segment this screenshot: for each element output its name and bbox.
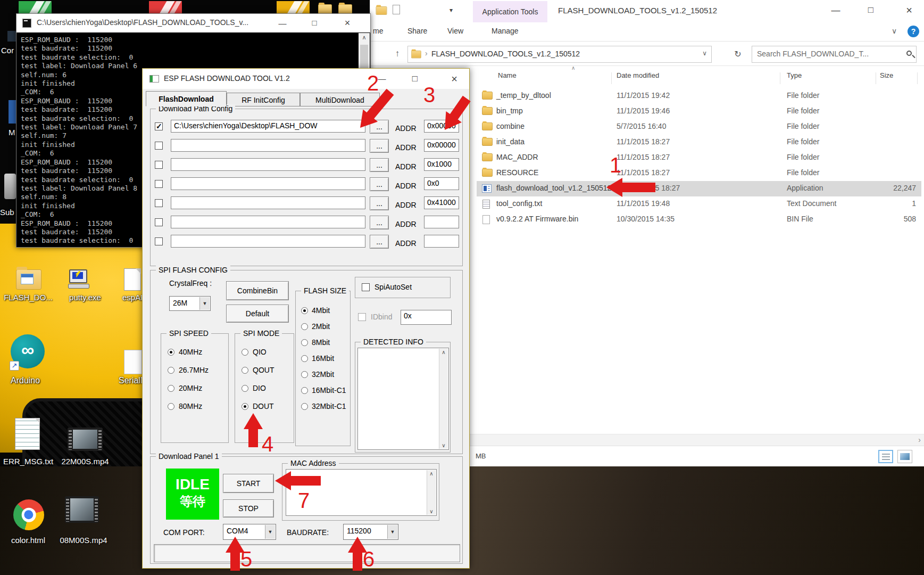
detected-info-box[interactable]: ∧ ∨: [357, 348, 449, 450]
column-header-size[interactable]: Size: [880, 71, 893, 79]
file-name[interactable]: bin_tmp: [496, 106, 523, 115]
radio-40mhz[interactable]: [168, 349, 174, 356]
flash-folder-icon[interactable]: [16, 269, 41, 290]
putty-icon[interactable]: [68, 269, 89, 290]
tab-manage[interactable]: Manage: [492, 27, 519, 35]
thumbnail-view-button[interactable]: [897, 450, 912, 463]
path-enable-checkbox[interactable]: [155, 237, 163, 245]
browse-button[interactable]: ...: [370, 196, 389, 210]
dropdown-icon[interactable]: ▼: [387, 525, 397, 539]
radio-8mbit[interactable]: [301, 339, 308, 346]
default-button[interactable]: Default: [226, 305, 289, 323]
chrome-html-icon[interactable]: [13, 499, 44, 530]
radio-label[interactable]: 4Mbit: [312, 306, 330, 315]
radio-32mbit-c1[interactable]: [301, 403, 308, 410]
maximize-button[interactable]: □: [404, 73, 426, 84]
addr-input[interactable]: 0x0: [424, 177, 459, 190]
path-input[interactable]: [171, 196, 365, 209]
console-titlebar[interactable]: C:\Users\chienYoga\Desktop\FLASH_DOWNLOA…: [16, 14, 370, 32]
checkbox-label[interactable]: SpiAutoSet: [374, 283, 412, 291]
address-box[interactable]: › FLASH_DOWNLOAD_TOOLS_v1.2_150512 ∨: [407, 46, 712, 63]
errmsg-file-icon[interactable]: [15, 418, 40, 450]
serialmonitor-icon[interactable]: [124, 350, 142, 374]
radio-label[interactable]: QIO: [253, 348, 267, 356]
radio-qio[interactable]: [242, 349, 248, 356]
radio-dout[interactable]: [242, 403, 248, 410]
file-name[interactable]: init_data: [496, 137, 525, 146]
crystal-freq-select[interactable]: 26M ▼: [169, 296, 211, 311]
path-input[interactable]: [171, 139, 365, 152]
desktop-icon-label[interactable]: 08M00S.mp4: [53, 536, 114, 545]
close-button[interactable]: ×: [444, 73, 465, 85]
combine-bin-button[interactable]: CombineBin: [226, 281, 289, 300]
search-input[interactable]: Search FLASH_DOWNLOAD_T...: [752, 46, 917, 63]
radio-label[interactable]: 16Mbit-C1: [312, 386, 346, 395]
radio-26mhz[interactable]: [168, 367, 174, 374]
path-input[interactable]: [171, 216, 365, 228]
radio-label[interactable]: DIO: [253, 384, 266, 392]
video-file-icon[interactable]: [65, 496, 99, 523]
radio-16mbit[interactable]: [301, 355, 308, 362]
radio-label[interactable]: 32Mbit: [312, 370, 334, 379]
minimize-button[interactable]: —: [272, 19, 293, 28]
radio-label[interactable]: 40MHz: [179, 348, 202, 356]
path-enable-checkbox[interactable]: [155, 180, 163, 188]
quick-access-folder-icon[interactable]: [376, 6, 387, 15]
radio-dio[interactable]: [242, 385, 248, 392]
path-enable-checkbox[interactable]: [155, 122, 163, 130]
desktop-icon-label[interactable]: Arduino: [11, 376, 40, 385]
radio-label[interactable]: DOUT: [253, 402, 274, 410]
browse-button[interactable]: ...: [370, 158, 389, 172]
radio-label[interactable]: QOUT: [253, 366, 274, 374]
radio-label[interactable]: 26.7MHz: [179, 366, 209, 374]
file-name[interactable]: v0.9.2.2 AT Firmware.bin: [496, 215, 578, 223]
maximize-button[interactable]: □: [304, 18, 325, 27]
radio-16mbit-c1[interactable]: [301, 387, 308, 394]
addr-input[interactable]: 0x00000: [424, 139, 459, 152]
spi-auto-set-checkbox[interactable]: [362, 283, 370, 291]
radio-4mbit[interactable]: [301, 307, 308, 314]
path-input[interactable]: C:\Users\chienYoga\Desktop\FLASH_DOW: [171, 120, 365, 133]
radio-label[interactable]: 16Mbit: [312, 354, 334, 363]
scroll-up-icon[interactable]: ∧: [359, 34, 370, 41]
path-input[interactable]: [171, 177, 365, 190]
up-arrow-icon[interactable]: ↑: [392, 48, 403, 59]
tab-view[interactable]: View: [447, 27, 463, 35]
path-input[interactable]: [171, 158, 365, 171]
radio-qout[interactable]: [242, 367, 248, 374]
column-header-date[interactable]: Date modified: [617, 71, 659, 79]
breadcrumb-path[interactable]: FLASH_DOWNLOAD_TOOLS_v1.2_150512: [431, 50, 580, 58]
id-bind-checkbox[interactable]: [358, 313, 366, 321]
tab-rfinitconfig[interactable]: RF InitConfig: [227, 93, 300, 106]
ribbon-collapse-icon[interactable]: ∨: [892, 27, 897, 35]
browse-button[interactable]: ...: [370, 139, 389, 153]
path-enable-checkbox[interactable]: [155, 142, 163, 150]
radio-label[interactable]: 32Mbit-C1: [312, 402, 346, 410]
video-file-icon[interactable]: [68, 428, 103, 451]
desktop-icon-label[interactable]: 22M00S.mp4: [55, 457, 115, 466]
details-view-button[interactable]: [878, 450, 893, 463]
addr-input[interactable]: [424, 216, 459, 228]
radio-label[interactable]: 2Mbit: [312, 322, 330, 331]
espap-file-icon[interactable]: [124, 268, 141, 291]
file-name[interactable]: combine: [496, 122, 525, 130]
tab-flashdownload[interactable]: FlashDownload: [146, 91, 227, 106]
minimize-button[interactable]: —: [824, 5, 847, 16]
close-button[interactable]: ×: [337, 18, 358, 29]
radio-32mbit[interactable]: [301, 371, 308, 378]
id-bind-input[interactable]: 0x: [401, 310, 452, 325]
desktop-icon-label[interactable]: putty.exe: [59, 293, 112, 302]
path-enable-checkbox[interactable]: [155, 218, 163, 226]
tab-share[interactable]: Share: [407, 27, 427, 35]
radio-20mhz[interactable]: [168, 385, 174, 392]
table-row-selected[interactable]: flash_download_tool_v1.2_150512.exe 015 …: [477, 181, 921, 196]
path-enable-checkbox[interactable]: [155, 199, 163, 207]
quick-access-file-icon[interactable]: [393, 5, 400, 14]
file-name[interactable]: MAC_ADDR: [496, 153, 538, 161]
file-name[interactable]: RESOURCE: [496, 168, 538, 177]
file-name[interactable]: _temp_by_dltool: [496, 91, 551, 100]
browse-button[interactable]: ...: [370, 177, 389, 191]
radio-80mhz[interactable]: [168, 403, 174, 410]
vertical-scrollbar[interactable]: ∧ ∨: [427, 470, 436, 515]
radio-2mbit[interactable]: [301, 323, 308, 330]
